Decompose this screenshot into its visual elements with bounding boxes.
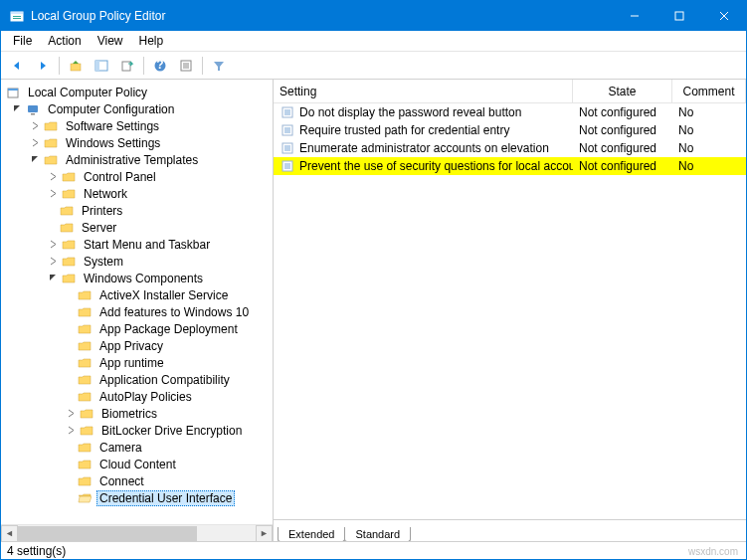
show-hide-tree-button[interactable] [90,54,113,78]
tree-item-control-panel[interactable]: Control Panel [1,168,273,185]
collapse-icon[interactable] [11,103,23,115]
scroll-right-button[interactable]: ► [256,525,273,542]
scroll-left-button[interactable]: ◄ [1,525,18,542]
tree-item-computer-configuration[interactable]: Computer Configuration [1,100,273,117]
column-header-comment[interactable]: Comment [672,80,746,102]
svg-rect-8 [71,64,81,71]
close-button[interactable] [701,1,746,31]
tree-label: Connect [96,474,147,488]
tree-item[interactable]: Application Compatibility [1,371,273,388]
tree-item-software-settings[interactable]: Software Settings [1,117,273,134]
menu-file[interactable]: File [5,32,40,50]
menu-action[interactable]: Action [40,32,89,50]
tree-item[interactable]: AutoPlay Policies [1,388,273,405]
tree-label: AutoPlay Policies [96,390,195,404]
tree-item[interactable]: Cloud Content [1,456,273,472]
svg-rect-1 [11,12,23,14]
tree-item-system[interactable]: System [1,253,273,270]
filter-button[interactable] [207,54,231,78]
tree-label: Computer Configuration [45,102,177,116]
tree-item-network[interactable]: Network [1,185,273,202]
tree-label: Camera [96,441,145,455]
policy-state: Not configured [573,105,672,119]
help-button[interactable]: ? [148,54,172,78]
computer-icon [25,101,41,117]
back-button[interactable] [5,54,29,78]
tree-item[interactable]: ActiveX Installer Service [1,286,273,303]
policy-row[interactable]: Enumerate administrator accounts on elev… [274,139,746,157]
tree-item-credential-ui[interactable]: Credential User Interface [1,489,273,506]
tree-label: ActiveX Installer Service [96,288,231,302]
expand-icon[interactable] [65,425,77,437]
expand-icon[interactable] [29,120,41,132]
collapse-icon[interactable] [29,154,41,166]
scroll-thumb[interactable] [18,526,197,541]
tree-item[interactable]: App Package Deployment [1,320,273,337]
view-tabs: Extended Standard [274,519,746,541]
policy-comment: No [672,159,746,173]
export-button[interactable] [115,54,139,78]
tree-label: Application Compatibility [96,373,233,387]
expand-icon[interactable] [47,171,59,183]
folder-icon [77,355,93,371]
tree-pane[interactable]: Local Computer Policy Computer Configura… [1,80,274,541]
menu-view[interactable]: View [90,32,131,50]
list-body[interactable]: Do not display the password reveal butto… [274,103,746,519]
policy-row[interactable]: Do not display the password reveal butto… [274,103,746,121]
svg-rect-19 [8,89,18,91]
policy-item-icon [280,140,295,156]
tree-item-printers[interactable]: Printers [1,202,273,219]
tree-item[interactable]: Camera [1,439,273,456]
folder-open-icon [77,490,93,506]
tree-item[interactable]: App runtime [1,354,273,371]
tree-item-administrative-templates[interactable]: Administrative Templates [1,151,273,168]
collapse-icon[interactable] [47,273,59,284]
tree-item[interactable]: Add features to Windows 10 [1,303,273,320]
expand-icon[interactable] [47,256,59,268]
tree-label: System [81,255,126,269]
forward-button[interactable] [31,54,55,78]
folder-icon [43,135,59,151]
tree-label: App runtime [96,356,167,370]
toolbar-separator [143,57,144,75]
tree-item-biometrics[interactable]: Biometrics [1,405,273,422]
tree-item[interactable]: Connect [1,472,273,489]
tree-item-bitlocker[interactable]: BitLocker Drive Encryption [1,422,273,439]
tree-label: App Package Deployment [96,322,241,336]
tree-hscrollbar[interactable]: ◄ ► [1,524,273,541]
tab-extended[interactable]: Extended [278,527,345,541]
folder-icon [77,372,93,388]
svg-rect-3 [13,18,21,19]
tree-item-root[interactable]: Local Computer Policy [1,84,273,100]
tree-item-start-menu[interactable]: Start Menu and Taskbar [1,236,273,253]
expand-icon[interactable] [65,408,77,420]
expand-icon[interactable] [47,239,59,251]
details-pane: Setting State Comment Do not display the… [274,80,746,541]
column-header-setting[interactable]: Setting [274,80,573,102]
minimize-button[interactable] [612,1,656,31]
policy-setting-name: Require trusted path for credential entr… [299,123,509,137]
tab-standard[interactable]: Standard [344,527,411,541]
up-button[interactable] [64,54,88,78]
policy-row[interactable]: Require trusted path for credential entr… [274,121,746,139]
tree-item-server[interactable]: Server [1,219,273,236]
svg-rect-11 [122,62,130,71]
column-header-state[interactable]: State [573,80,672,102]
menu-help[interactable]: Help [131,32,172,50]
tree-item[interactable]: App Privacy [1,337,273,354]
tree-label: App Privacy [96,339,166,353]
tree-item-windows-components[interactable]: Windows Components [1,270,273,286]
policy-row[interactable]: Prevent the use of security questions fo… [274,157,746,175]
folder-icon [77,473,93,489]
svg-rect-21 [31,113,35,115]
folder-icon [77,457,93,472]
folder-icon [79,423,94,439]
status-bar: 4 setting(s) [1,541,746,560]
properties-button[interactable] [174,54,198,78]
expand-icon[interactable] [47,188,59,200]
list-header: Setting State Comment [274,80,746,103]
maximize-button[interactable] [656,1,701,31]
tree-item-windows-settings[interactable]: Windows Settings [1,134,273,151]
expand-icon[interactable] [29,137,41,149]
folder-icon [77,321,93,337]
